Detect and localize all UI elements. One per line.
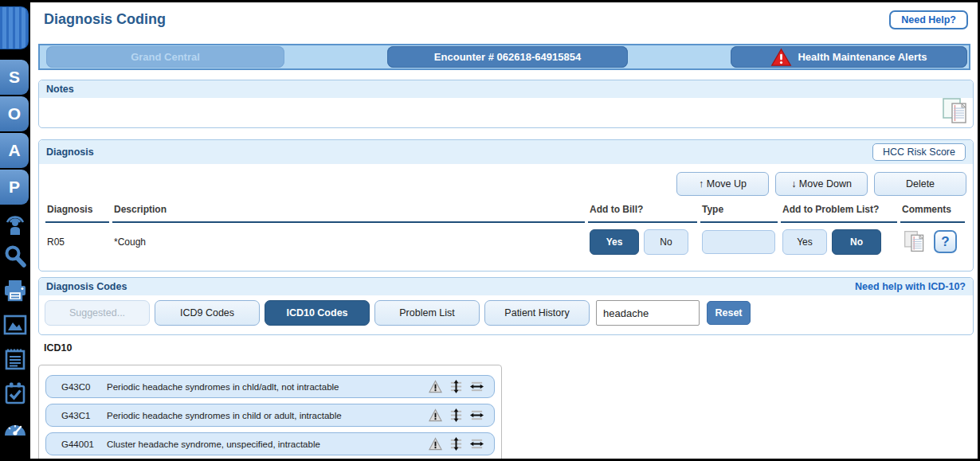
warning-triangle-icon[interactable] bbox=[429, 437, 442, 451]
button-label: Move Up bbox=[707, 178, 747, 189]
diagnosis-description: *Cough bbox=[112, 223, 585, 258]
add-to-bill-yes-button[interactable]: Yes bbox=[590, 229, 639, 255]
icd-code: G43C1 bbox=[61, 411, 107, 420]
vertical-expand-icon[interactable] bbox=[449, 408, 463, 422]
warning-triangle-icon[interactable] bbox=[429, 408, 442, 422]
button-label: Delete bbox=[906, 178, 935, 189]
vertical-expand-icon[interactable] bbox=[449, 380, 463, 393]
col-diagnosis: Diagnosis bbox=[45, 201, 109, 223]
filter-icd9-button[interactable]: ICD9 Codes bbox=[155, 300, 260, 326]
list-item[interactable]: G43C0 Periodic headache syndromes in chl… bbox=[45, 375, 495, 398]
notes-section: Notes bbox=[38, 80, 974, 128]
move-down-button[interactable]: ↓ Move Down bbox=[775, 172, 868, 196]
images-icon[interactable] bbox=[0, 308, 30, 342]
list-item[interactable]: G44001 Cluster headache syndrome, unspec… bbox=[45, 432, 495, 455]
add-to-bill-no-button[interactable]: No bbox=[644, 229, 688, 255]
code-search-input[interactable] bbox=[596, 300, 700, 326]
diagnosis-codes-title: Diagnosis Codes bbox=[46, 281, 127, 292]
tab-label: Encounter # 062618-64915854 bbox=[434, 51, 581, 63]
diagnosis-codes-section: Diagnosis Codes Need help with ICD-10? S… bbox=[38, 277, 974, 335]
diagnosis-title: Diagnosis bbox=[46, 147, 94, 158]
horizontal-expand-icon[interactable] bbox=[470, 380, 484, 393]
problem-list-no-button[interactable]: No bbox=[832, 229, 881, 255]
tab-letter: A bbox=[8, 141, 20, 160]
diagnosis-header: Diagnosis HCC Risk Score bbox=[39, 140, 973, 164]
col-type: Type bbox=[700, 201, 778, 223]
vertical-expand-icon[interactable] bbox=[449, 437, 463, 451]
tab-letter: P bbox=[9, 178, 20, 197]
delete-button[interactable]: Delete bbox=[874, 172, 966, 196]
warning-triangle-icon[interactable] bbox=[429, 380, 442, 393]
icd-description: Periodic headache syndromes in chld/adlt… bbox=[107, 382, 429, 392]
up-arrow-icon: ↑ bbox=[699, 178, 704, 189]
table-row: R05 *Cough Yes No Yes No bbox=[45, 223, 965, 258]
tab-letter: O bbox=[8, 104, 21, 123]
filter-icd10-button[interactable]: ICD10 Codes bbox=[265, 300, 370, 326]
tab-encounter[interactable]: Encounter # 062618-64915854 bbox=[387, 46, 628, 68]
icd-row-icons bbox=[429, 408, 484, 422]
icd-code: G43C0 bbox=[61, 382, 107, 392]
icd-description: Periodic headache syndromes in child or … bbox=[107, 411, 429, 420]
icd-code: G44001 bbox=[61, 440, 107, 449]
sidebar-tab-subjective[interactable]: S bbox=[0, 60, 29, 95]
sidebar: S O A P bbox=[0, 2, 30, 459]
add-to-bill-toggle: Yes No bbox=[590, 229, 697, 255]
horizontal-expand-icon[interactable] bbox=[470, 408, 484, 422]
sidebar-tab-assessment[interactable]: A bbox=[0, 133, 29, 168]
need-help-button[interactable]: Need Help? bbox=[889, 10, 968, 29]
gauge-icon[interactable] bbox=[0, 411, 30, 444]
dictation-icon[interactable] bbox=[0, 205, 30, 239]
code-filter-bar: Suggested... ICD9 Codes ICD10 Codes Prob… bbox=[39, 295, 973, 326]
icd10-help-link[interactable]: Need help with ICD-10? bbox=[855, 281, 966, 292]
col-add-to-bill: Add to Bill? bbox=[588, 201, 697, 223]
icd10-list-label: ICD10 bbox=[44, 342, 72, 354]
list-item[interactable]: G43C1 Periodic headache syndromes in chi… bbox=[45, 404, 495, 427]
notes-title: Notes bbox=[46, 84, 74, 95]
horizontal-expand-icon[interactable] bbox=[470, 437, 484, 451]
diagnosis-table: Diagnosis Description Add to Bill? Type … bbox=[42, 201, 968, 258]
notepad-icon[interactable] bbox=[0, 342, 30, 376]
filter-suggested-button[interactable]: Suggested... bbox=[45, 300, 150, 326]
notes-header: Notes bbox=[39, 80, 973, 98]
tab-label: Grand Central bbox=[131, 51, 200, 63]
notes-body[interactable] bbox=[39, 98, 973, 127]
add-to-problem-list-toggle: Yes No bbox=[782, 229, 897, 255]
diagnosis-code: R05 bbox=[45, 223, 109, 258]
tab-health-maintenance-alerts[interactable]: Health Maintenance Alerts bbox=[731, 46, 967, 68]
move-up-button[interactable]: ↑ Move Up bbox=[676, 172, 769, 196]
hcc-risk-score-button[interactable]: HCC Risk Score bbox=[872, 143, 966, 161]
problem-list-yes-button[interactable]: Yes bbox=[782, 229, 827, 255]
down-arrow-icon: ↓ bbox=[791, 178, 796, 189]
sidebar-tab-plan[interactable]: P bbox=[0, 170, 29, 205]
sidebar-tab-objective[interactable]: O bbox=[0, 96, 29, 131]
tab-label: Health Maintenance Alerts bbox=[798, 51, 927, 63]
button-label: Move Down bbox=[799, 178, 852, 189]
diagnosis-section: Diagnosis HCC Risk Score ↑ Move Up ↓ Mov… bbox=[38, 139, 974, 272]
help-question-button[interactable]: ? bbox=[934, 230, 957, 253]
search-icon[interactable] bbox=[0, 240, 30, 273]
reset-button[interactable]: Reset bbox=[707, 301, 751, 325]
icd10-result-list: G43C0 Periodic headache syndromes in chl… bbox=[38, 365, 502, 459]
diagnosis-actions: ↑ Move Up ↓ Move Down Delete bbox=[39, 164, 973, 196]
filter-problem-list-button[interactable]: Problem List bbox=[374, 300, 480, 326]
page-title: Diagnosis Coding bbox=[44, 11, 166, 28]
main-panel: Diagnosis Coding Need Help? Grand Centra… bbox=[30, 2, 978, 459]
col-add-to-problem-list: Add to Problem List? bbox=[781, 201, 897, 223]
comment-copy-icon[interactable] bbox=[902, 229, 928, 255]
binder-icon[interactable] bbox=[0, 6, 29, 49]
alert-triangle-icon bbox=[770, 48, 792, 67]
col-description: Description bbox=[112, 201, 585, 223]
tab-letter: S bbox=[9, 68, 20, 87]
icd-row-icons bbox=[429, 380, 484, 393]
icd-description: Cluster headache syndrome, unspecified, … bbox=[107, 440, 429, 449]
note-copy-icon[interactable] bbox=[940, 96, 969, 128]
col-comments: Comments bbox=[900, 201, 965, 223]
icd-row-icons bbox=[429, 437, 484, 451]
printer-icon[interactable] bbox=[0, 274, 30, 307]
tab-grand-central[interactable]: Grand Central bbox=[46, 46, 284, 68]
diagnosis-codes-header: Diagnosis Codes Need help with ICD-10? bbox=[39, 278, 973, 295]
type-field[interactable] bbox=[702, 230, 775, 254]
filter-patient-history-button[interactable]: Patient History bbox=[484, 300, 590, 326]
calendar-check-icon[interactable] bbox=[0, 377, 30, 410]
tab-bar: Grand Central Encounter # 062618-6491585… bbox=[38, 44, 970, 70]
